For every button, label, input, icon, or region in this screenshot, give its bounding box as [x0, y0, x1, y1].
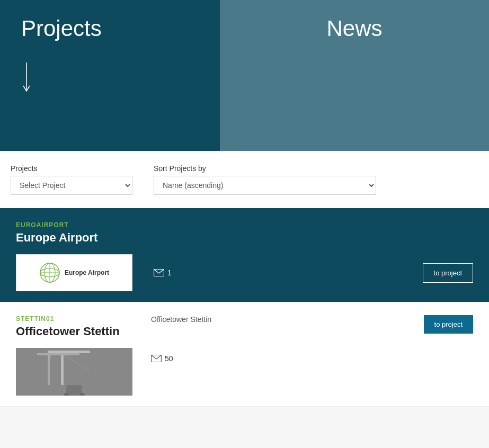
mail-count: 1	[167, 268, 172, 277]
svg-rect-12	[66, 385, 82, 396]
project-name-stettin: Officetower Stettin	[16, 325, 135, 338]
crane-image	[16, 348, 132, 396]
logo-text: Europe Airport	[65, 269, 109, 276]
card1-action: to project	[423, 263, 473, 283]
mail-count-stettin: 50	[165, 354, 173, 363]
svg-rect-8	[61, 351, 64, 385]
logo-content: Europe Airport	[39, 262, 109, 283]
card1-logo: Europe Airport	[16, 254, 132, 291]
crane-svg	[16, 348, 132, 396]
projects-select[interactable]: Select Project	[11, 176, 132, 195]
mail-icon-stettin	[151, 355, 162, 362]
hero-news-title: News	[326, 16, 382, 41]
project-code-euroairport: EUROAIRPORT	[16, 221, 473, 229]
stettin-thumbnail	[16, 348, 132, 396]
card1-body: Europe Airport 1 to project	[16, 254, 473, 291]
card2-action: to project	[424, 315, 473, 334]
projects-list: EUROAIRPORT Europe Airport Europe Airpor…	[0, 208, 489, 407]
svg-rect-9	[48, 351, 90, 353]
project-code-stettin: STETTIN01	[16, 315, 135, 322]
sort-filter-group: Sort Projects by Name (ascending) Name (…	[154, 164, 376, 195]
card2-middle: Officetower Stettin 50	[135, 315, 424, 364]
projects-filter-label: Projects	[11, 164, 132, 173]
project-card-stettin: STETTIN01 Officetower Stettin	[0, 302, 489, 407]
card1-stats: 1	[132, 268, 423, 277]
project-name-euroairport: Europe Airport	[16, 231, 473, 245]
hero-news-panel: News	[220, 0, 489, 151]
filter-bar: Projects Select Project Sort Projects by…	[0, 151, 489, 208]
project-card-euroairport: EUROAIRPORT Europe Airport Europe Airpor…	[0, 208, 489, 302]
card2-body: STETTIN01 Officetower Stettin	[16, 315, 473, 396]
projects-filter-group: Projects Select Project	[11, 164, 132, 195]
svg-rect-13	[69, 377, 79, 385]
hero-projects-panel: Projects	[0, 0, 220, 151]
hero-section: Projects News	[0, 0, 489, 151]
hero-projects-title: Projects	[21, 16, 102, 41]
globe-icon	[39, 262, 60, 283]
scroll-down-arrow	[21, 62, 32, 94]
stettin-stats: 50	[151, 354, 408, 364]
mail-stat-stettin: 50	[151, 354, 173, 363]
mail-stat: 1	[154, 268, 172, 277]
mail-icon	[154, 269, 164, 276]
to-project-button-euroairport[interactable]: to project	[423, 263, 473, 283]
sort-filter-label: Sort Projects by	[154, 164, 376, 173]
svg-rect-10	[48, 351, 50, 361]
europe-airport-logo: Europe Airport	[16, 254, 132, 291]
card2-left: STETTIN01 Officetower Stettin	[16, 315, 135, 396]
to-project-button-stettin[interactable]: to project	[424, 315, 473, 334]
stettin-description: Officetower Stettin	[151, 315, 408, 324]
sort-select[interactable]: Name (ascending) Name (descending) Date …	[154, 176, 376, 195]
